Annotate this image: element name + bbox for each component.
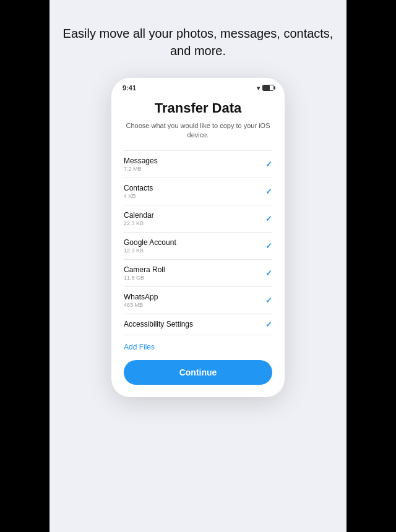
transfer-title: Transfer Data: [124, 100, 272, 116]
list-item[interactable]: Camera Roll11.8 GB✓: [124, 260, 272, 287]
phone-mockup: 9:41 ▾ Transfer Data Choose what you wou…: [111, 78, 285, 397]
battery-icon: [262, 85, 273, 91]
item-info: Google Account12.3 KB: [124, 238, 176, 254]
item-name: WhatsApp: [124, 293, 158, 301]
check-icon: ✓: [265, 187, 272, 196]
item-name: Messages: [124, 157, 158, 165]
item-info: Calendar22.3 KB: [124, 211, 154, 226]
phone-content: Transfer Data Choose what you would like…: [111, 94, 285, 397]
tagline-text: Easily move all your photos, messages, c…: [62, 25, 334, 59]
item-info: Messages7.2 MB: [124, 157, 158, 172]
list-item[interactable]: Contacts4 KB✓: [124, 178, 272, 205]
item-info: Contacts4 KB: [124, 184, 153, 199]
item-size: 12.3 KB: [124, 247, 176, 254]
item-info: Camera Roll11.8 GB: [124, 265, 165, 281]
screen-background: Easily move all your photos, messages, c…: [50, 0, 346, 532]
check-icon: ✓: [265, 320, 272, 329]
continue-button[interactable]: Continue: [124, 360, 272, 385]
status-icons: ▾: [257, 85, 273, 92]
check-icon: ✓: [265, 241, 272, 251]
list-item[interactable]: Accessibility Settings✓: [124, 314, 272, 335]
list-item[interactable]: Google Account12.3 KB✓: [124, 233, 272, 260]
item-name: Contacts: [124, 184, 153, 192]
wifi-icon: ▾: [257, 85, 260, 92]
check-icon: ✓: [265, 268, 272, 278]
check-icon: ✓: [265, 214, 272, 223]
item-name: Calendar: [124, 211, 154, 220]
item-size: 4 KB: [124, 193, 153, 199]
check-icon: ✓: [265, 296, 272, 305]
status-bar: 9:41 ▾: [111, 78, 285, 94]
item-name: Accessibility Settings: [124, 320, 193, 328]
add-files-button[interactable]: Add Files: [124, 343, 155, 351]
item-size: 11.8 GB: [124, 275, 165, 281]
item-info: Accessibility Settings: [124, 320, 193, 328]
item-size: 463 MB: [124, 302, 158, 308]
item-name: Camera Roll: [124, 265, 165, 274]
check-icon: ✓: [265, 160, 272, 169]
list-item[interactable]: Messages7.2 MB✓: [124, 151, 272, 178]
item-size: 22.3 KB: [124, 220, 154, 226]
items-list: Messages7.2 MB✓Contacts4 KB✓Calendar22.3…: [124, 150, 272, 335]
item-info: WhatsApp463 MB: [124, 293, 158, 308]
item-name: Google Account: [124, 238, 176, 247]
list-item[interactable]: Calendar22.3 KB✓: [124, 205, 272, 233]
transfer-subtitle: Choose what you would like to copy to yo…: [124, 121, 272, 140]
list-item[interactable]: WhatsApp463 MB✓: [124, 287, 272, 314]
status-time: 9:41: [123, 84, 136, 92]
item-size: 7.2 MB: [124, 166, 158, 172]
